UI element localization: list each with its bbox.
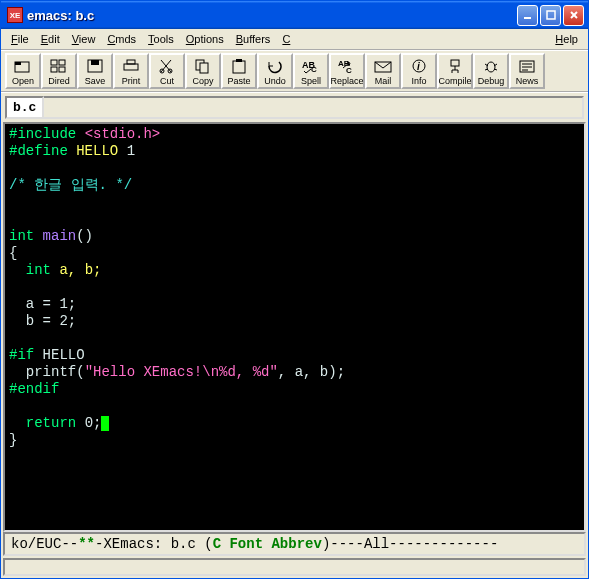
window: XE emacs: b.c File Edit View Cmds Tools … [0,0,589,579]
string-literal: "Hello XEmacs!\n%d, %d" [85,364,278,380]
news-button[interactable]: News [509,53,545,89]
dired-icon [49,57,69,75]
menu-view[interactable]: View [66,31,102,47]
svg-rect-8 [59,60,65,65]
maximize-button[interactable] [540,5,561,26]
cut-button[interactable]: Cut [149,53,185,89]
preproc: #include [9,126,85,142]
info-button[interactable]: iInfo [401,53,437,89]
close-button[interactable] [563,5,584,26]
preproc: #if [9,347,43,363]
buffer-tab-line: b.c [1,93,588,122]
menu-edit[interactable]: Edit [35,31,66,47]
svg-rect-11 [91,60,99,65]
print-button[interactable]: Print [113,53,149,89]
debug-icon [481,57,501,75]
window-title: emacs: b.c [27,8,517,23]
svg-rect-0 [524,17,531,19]
type-kw: int [9,262,59,278]
paste-button[interactable]: Paste [221,53,257,89]
copy-icon [193,57,213,75]
type-kw: int [9,228,43,244]
info-icon: i [409,57,429,75]
paste-icon [229,57,249,75]
print-icon [121,57,141,75]
text-cursor [101,416,109,431]
save-button[interactable]: Save [77,53,113,89]
toolbtn-label: Cut [160,76,174,86]
undo-icon [265,57,285,75]
modeline: ko/EUC--**-XEmacs: b.c (C Font Abbrev)--… [3,532,586,556]
debug-button[interactable]: Debug [473,53,509,89]
toolbtn-label: Dired [48,76,70,86]
toolbtn-label: Debug [478,76,505,86]
keyword: return [9,415,85,431]
menu-c[interactable]: C [276,31,296,47]
mail-button[interactable]: Mail [365,53,401,89]
svg-rect-21 [236,59,242,62]
svg-point-30 [487,62,495,72]
modified-indicator: ** [78,536,95,552]
var-name: a, b; [59,262,101,278]
svg-rect-29 [451,60,459,66]
mode-name: C Font Abbrev [213,536,322,552]
fn-name: main [43,228,77,244]
dired-button[interactable]: Dired [41,53,77,89]
menu-tools[interactable]: Tools [142,31,180,47]
undo-button[interactable]: Undo [257,53,293,89]
compile-icon [445,57,465,75]
svg-rect-5 [15,62,21,65]
minibuffer[interactable] [3,558,586,576]
macro-name: HELLO [76,143,118,159]
save-icon [85,57,105,75]
spell-icon: ABC [301,57,321,75]
toolbtn-label: Save [85,76,106,86]
svg-rect-6 [51,60,57,65]
compile-button[interactable]: Compile [437,53,473,89]
svg-rect-12 [124,64,138,70]
svg-text:i: i [417,61,420,72]
mail-icon [373,57,393,75]
minimize-button[interactable] [517,5,538,26]
svg-rect-7 [51,67,57,72]
window-controls [517,5,588,26]
preproc: #endif [9,381,59,397]
svg-rect-19 [200,63,208,73]
menubar: File Edit View Cmds Tools Options Buffer… [1,29,588,51]
toolbtn-label: Mail [375,76,392,86]
menu-help[interactable]: Help [549,31,584,47]
svg-rect-1 [547,11,555,19]
toolbtn-label: News [516,76,539,86]
toolbtn-label: Spell [301,76,321,86]
news-icon [517,57,537,75]
open-button[interactable]: Open [5,53,41,89]
toolbtn-label: Replace [330,76,363,86]
editor-area[interactable]: #include <stdio.h> #define HELLO 1 /* 한글… [3,122,586,532]
toolbtn-label: Copy [192,76,213,86]
toolbtn-label: Print [122,76,141,86]
toolbtn-label: Open [12,76,34,86]
spell-button[interactable]: ABCSpell [293,53,329,89]
svg-rect-13 [127,60,135,64]
comment: /* 한글 입력. */ [9,177,132,193]
svg-text:C: C [346,66,352,74]
cut-icon [157,57,177,75]
svg-rect-20 [233,61,245,73]
open-icon [13,57,33,75]
preproc: #define [9,143,76,159]
toolbtn-label: Info [411,76,426,86]
toolbtn-label: Undo [264,76,286,86]
menu-buffers[interactable]: Buffers [230,31,277,47]
toolbtn-label: Compile [439,76,472,86]
toolbar: OpenDiredSavePrintCutCopyPasteUndoABCSpe… [1,51,588,93]
menu-cmds[interactable]: Cmds [101,31,142,47]
titlebar[interactable]: XE emacs: b.c [1,1,588,29]
replace-button[interactable]: ABCReplace [329,53,365,89]
menu-file[interactable]: File [5,31,35,47]
menu-options[interactable]: Options [180,31,230,47]
copy-button[interactable]: Copy [185,53,221,89]
buffer-tab[interactable]: b.c [5,96,44,119]
app-icon: XE [7,7,23,23]
svg-text:C: C [311,65,317,74]
toolbtn-label: Paste [227,76,250,86]
